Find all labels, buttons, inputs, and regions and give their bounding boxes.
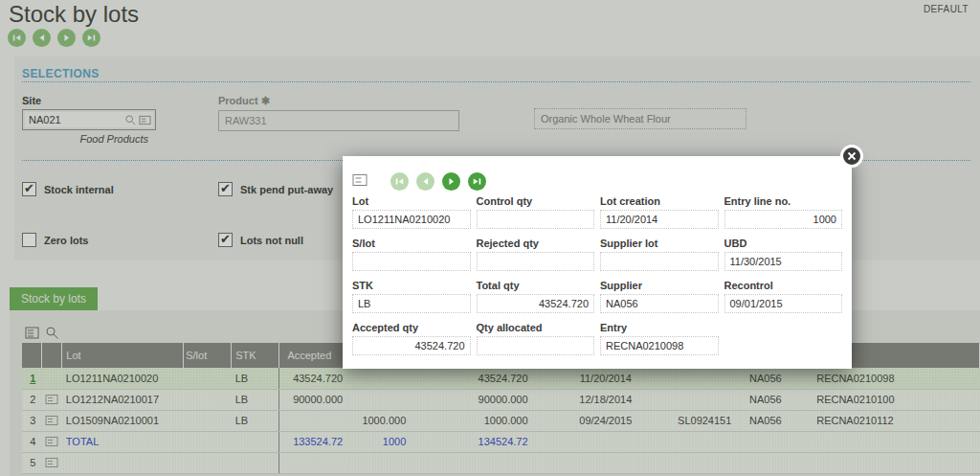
field-label: Qty allocated <box>477 322 595 333</box>
field-empty-slot <box>724 322 843 355</box>
field-input[interactable]: LB <box>352 294 471 313</box>
field-input[interactable]: RECNA0210098 <box>600 336 719 355</box>
field-input[interactable] <box>477 210 595 229</box>
field-entry: EntryRECNA0210098 <box>600 322 719 355</box>
field-label: S/lot <box>352 238 471 249</box>
field-input[interactable] <box>600 252 719 271</box>
field-input[interactable] <box>477 252 595 271</box>
field-supplier-lot: Supplier lot <box>600 238 719 271</box>
field-input[interactable] <box>352 252 471 271</box>
field-accepted-qty: Accepted qty43524.720 <box>352 322 471 355</box>
next-row-button[interactable] <box>442 172 460 191</box>
field-input[interactable]: 11/30/2015 <box>724 252 843 271</box>
field-input[interactable]: LO1211NA0210020 <box>352 210 471 229</box>
field-label: Accepted qty <box>352 322 471 333</box>
field-label: Control qty <box>477 195 595 207</box>
field-input[interactable]: 09/01/2015 <box>724 294 843 313</box>
modal-toolbar <box>352 172 486 191</box>
field-qty-allocated: Qty allocated <box>477 322 595 355</box>
field-label: Supplier lot <box>600 238 719 249</box>
field-label: UBD <box>724 238 843 249</box>
field-input[interactable]: 1000 <box>724 210 843 229</box>
first-row-button <box>390 172 409 191</box>
field-label: STK <box>352 280 471 291</box>
lot-detail-modal: LotLO1211NA0210020 Control qty Lot creat… <box>343 156 852 369</box>
field-input[interactable]: 43524.720 <box>477 294 595 313</box>
field-label: Entry line no. <box>724 195 843 207</box>
field-label: Recontrol <box>724 280 843 291</box>
field-total-qty: Total qty43524.720 <box>477 280 595 313</box>
field-ubd: UBD11/30/2015 <box>724 238 843 271</box>
field-stk: STKLB <box>352 280 471 313</box>
field-input[interactable]: NA056 <box>600 294 719 313</box>
field-recontrol: Recontrol09/01/2015 <box>724 280 843 313</box>
field-lot: LotLO1211NA0210020 <box>352 195 471 229</box>
field-input[interactable]: 11/20/2014 <box>600 210 719 229</box>
previous-row-button <box>416 172 434 191</box>
field-label: Lot creation <box>600 195 719 207</box>
modal-field-grid: LotLO1211NA0210020 Control qty Lot creat… <box>352 195 842 355</box>
last-row-button[interactable] <box>468 172 486 191</box>
modal-record-navigation <box>390 172 486 191</box>
field-lot-creation: Lot creation11/20/2014 <box>600 195 719 229</box>
field-rejected-qty: Rejected qty <box>477 238 595 271</box>
field-slot: S/lot <box>352 238 471 271</box>
field-label: Supplier <box>600 280 719 291</box>
field-entry-line-no: Entry line no.1000 <box>724 195 843 229</box>
field-label: Lot <box>352 195 471 207</box>
field-input[interactable] <box>477 336 595 355</box>
field-label: Entry <box>600 322 719 333</box>
close-button[interactable] <box>840 145 863 168</box>
field-input[interactable]: 43524.720 <box>352 336 471 355</box>
field-control-qty: Control qty <box>477 195 595 229</box>
field-label: Rejected qty <box>477 238 595 249</box>
record-form-icon[interactable] <box>352 173 368 191</box>
field-label: Total qty <box>477 280 595 291</box>
field-supplier: SupplierNA056 <box>600 280 719 313</box>
close-icon <box>847 151 857 161</box>
